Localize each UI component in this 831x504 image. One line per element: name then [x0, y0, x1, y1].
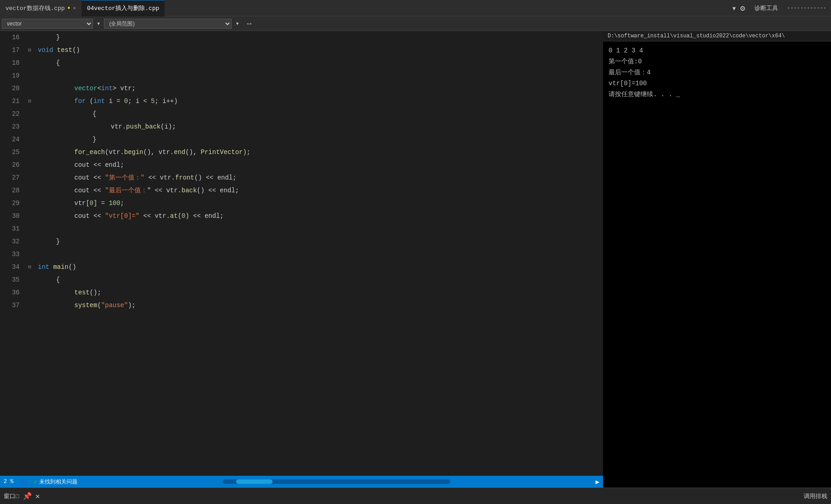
dropdown-icon[interactable]: ▾ — [732, 3, 737, 13]
terminal-line-1: 0 1 2 3 4 — [609, 45, 826, 56]
gutter-25 — [25, 146, 34, 159]
terminal-line-3: 最后一个值：4 — [609, 67, 826, 78]
code-line-19 — [38, 69, 603, 82]
tab-modified-indicator: ● — [67, 5, 70, 10]
title-bar: vector数据存钱.cpp ● ✕ 04vector插入与删除.cpp ▾ ⚙… — [0, 0, 831, 16]
tab-label: vector数据存钱.cpp — [5, 4, 65, 12]
zoom-indicator: 2 % — [4, 478, 14, 485]
title-bar-actions: ▾ ⚙ 诊断工具 ▪▪▪▪▪▪▪▪▪▪▪▪ — [732, 3, 831, 13]
nav-icon-item[interactable]: 🐾 — [19, 477, 28, 486]
gutter-26 — [25, 159, 34, 171]
code-line-26: cout << endl; — [38, 159, 603, 171]
scroll-thumb[interactable] — [236, 479, 273, 484]
code-line-18: { — [38, 57, 603, 69]
settings-icon[interactable]: ⚙ — [740, 3, 745, 13]
gutter-28 — [25, 184, 34, 197]
terminal-line-5: 请按任意键继续. . . _ — [609, 89, 826, 100]
gutter-19 — [25, 69, 34, 82]
terminal-line-2: 第一个值:0 — [609, 56, 826, 67]
gutter-22 — [25, 108, 34, 120]
bottom-panel-right: 调用排栈 — [804, 492, 827, 500]
toolbar: vector ▾ (全局范围) ▾ ↔ — [0, 16, 831, 31]
code-line-17: void test() — [38, 44, 603, 57]
code-line-31 — [38, 222, 603, 235]
nav-icon: 🐾 — [19, 477, 28, 486]
gutter-24 — [25, 133, 34, 146]
zoom-label: 2 % — [4, 478, 14, 485]
window-label: 窗口□ — [4, 492, 19, 500]
code-line-28: cout << "最后一个值：" << vtr.back() << endl; — [38, 184, 603, 197]
error-indicator: ✓ 未找到相关问题 — [34, 478, 77, 486]
tab-close-button[interactable]: ✕ — [73, 5, 76, 11]
gutter-16 — [25, 31, 34, 44]
bottom-panel: 窗口□ 📌 ✕ 调用排栈 — [0, 488, 831, 504]
tab-vector-insert[interactable]: 04vector插入与删除.cpp — [82, 0, 165, 16]
code-line-16: } — [38, 31, 603, 44]
code-line-25: for_each(vtr.begin(), vtr.end(), PrintVe… — [38, 146, 603, 159]
pin-icon[interactable]: 📌 — [23, 492, 32, 501]
code-line-23: vtr.push_back(i); — [38, 120, 603, 133]
callstack-label: 调用排栈 — [804, 492, 827, 500]
scroll-area[interactable] — [83, 479, 590, 484]
gutter-27 — [25, 171, 34, 184]
main-area: 16 17 18 19 20 21 22 23 24 25 26 27 28 2… — [0, 31, 831, 488]
terminal-title: D:\software_install\visual_studio2022\co… — [603, 31, 831, 41]
code-line-27: cout << "第一个值：" << vtr.front() << endl; — [38, 171, 603, 184]
range-select[interactable]: (全局范围) — [104, 19, 232, 29]
gutter-18 — [25, 57, 34, 69]
code-line-36: test(); — [38, 286, 603, 299]
code-line-29: vtr[0] = 100; — [38, 197, 603, 210]
scope-arrow[interactable]: ▾ — [95, 19, 102, 28]
gutter-23 — [25, 120, 34, 133]
gutter-31 — [25, 222, 34, 235]
gutter-21[interactable]: ⊟ — [25, 95, 34, 108]
status-bar: 2 % 🐾 ✓ 未找到相关问题 ▶ — [0, 476, 603, 488]
code-line-21: for (int i = 0; i < 5; i++) — [38, 95, 603, 108]
gutter-37 — [25, 299, 34, 312]
gutter: ⊟ ⊟ ⊟ — [25, 31, 34, 476]
gutter-33 — [25, 248, 34, 261]
code-line-32: } — [38, 235, 603, 248]
code-line-20: vector<int> vtr; — [38, 82, 603, 95]
tab-vector-cpp[interactable]: vector数据存钱.cpp ● ✕ — [0, 0, 82, 16]
range-arrow[interactable]: ▾ — [233, 19, 241, 28]
code-area: 16 17 18 19 20 21 22 23 24 25 26 27 28 2… — [0, 31, 603, 476]
terminal-line-4: vtr[0]=100 — [609, 78, 826, 89]
code-line-34: int main() — [38, 261, 603, 273]
code-line-30: cout << "vtr[0]=" << vtr.at(0) << endl; — [38, 210, 603, 222]
gutter-29 — [25, 197, 34, 210]
gutter-17[interactable]: ⊟ — [25, 44, 34, 57]
gutter-34[interactable]: ⊟ — [25, 261, 34, 273]
code-line-33 — [38, 248, 603, 261]
terminal-content: 0 1 2 3 4 第一个值:0 最后一个值：4 vtr[0]=100 请按任意… — [603, 41, 831, 488]
code-line-37: system("pause"); — [38, 299, 603, 312]
close-panel-icon[interactable]: ✕ — [36, 492, 40, 501]
gutter-30 — [25, 210, 34, 222]
diag-label: 诊断工具 — [749, 4, 784, 12]
gutter-32 — [25, 235, 34, 248]
error-text: 未找到相关问题 — [39, 478, 77, 486]
scroll-track[interactable] — [222, 479, 450, 484]
navigate-back-button[interactable]: ↔ — [243, 19, 256, 29]
editor-pane: 16 17 18 19 20 21 22 23 24 25 26 27 28 2… — [0, 31, 603, 488]
line-numbers: 16 17 18 19 20 21 22 23 24 25 26 27 28 2… — [0, 31, 25, 476]
scroll-arrow-right[interactable]: ▶ — [596, 478, 599, 486]
check-icon: ✓ — [34, 478, 37, 486]
scope-select[interactable]: vector — [2, 19, 93, 29]
gutter-36 — [25, 286, 34, 299]
gutter-35 — [25, 273, 34, 286]
code-line-24: } — [38, 133, 603, 146]
code-line-35: { — [38, 273, 603, 286]
code-lines: } void test() { vector<int> vtr; — [34, 31, 603, 476]
tab-label-active: 04vector插入与删除.cpp — [87, 4, 160, 12]
more-icons: ▪▪▪▪▪▪▪▪▪▪▪▪ — [787, 5, 826, 11]
code-line-22: { — [38, 108, 603, 120]
gutter-20 — [25, 82, 34, 95]
terminal-pane: D:\software_install\visual_studio2022\co… — [603, 31, 831, 488]
